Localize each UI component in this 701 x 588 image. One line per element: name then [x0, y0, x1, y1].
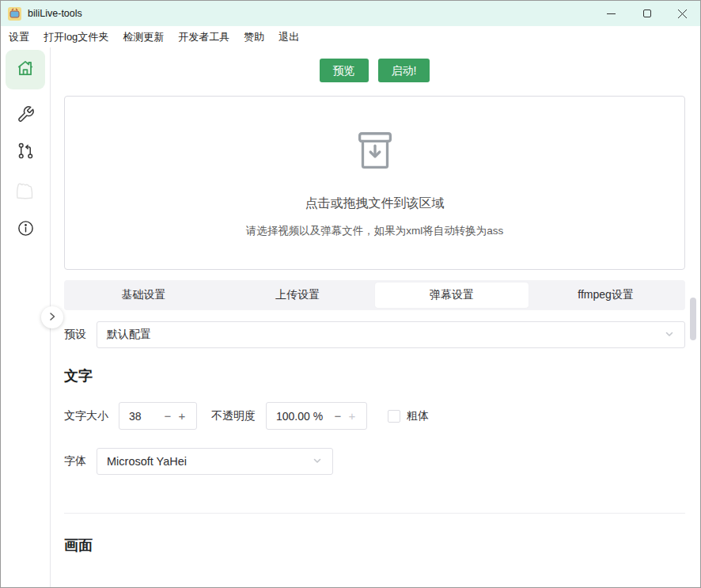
font-select[interactable]: Microsoft YaHei: [97, 448, 333, 475]
opacity-label: 不透明度: [211, 409, 256, 423]
start-button[interactable]: 启动!: [378, 59, 430, 82]
dropzone-sub-text: 请选择视频以及弹幕文件，如果为xml将自动转换为ass: [246, 224, 504, 238]
info-icon: [17, 219, 35, 241]
font-size-increase-button[interactable]: +: [175, 410, 189, 422]
text-section-heading: 文字: [64, 366, 685, 385]
tab-ffmpeg-settings[interactable]: ffmpeg设置: [529, 283, 683, 308]
main-content: 预览 启动! 点击或拖拽文件到该区域 请选择视频以及弹幕文件，如果为xml将自动…: [51, 47, 700, 587]
archive-download-icon: [350, 127, 400, 180]
font-size-input[interactable]: 38 − +: [119, 402, 197, 430]
vertical-scrollbar-thumb[interactable]: [690, 298, 696, 340]
close-button[interactable]: [665, 1, 700, 26]
wrench-icon: [17, 105, 35, 127]
tab-basic-settings[interactable]: 基础设置: [66, 283, 221, 308]
sidebar-item-about[interactable]: [16, 220, 35, 239]
menu-exit[interactable]: 退出: [271, 28, 306, 47]
home-icon: [15, 58, 36, 82]
maximize-button[interactable]: [629, 1, 665, 26]
app-window: biliLive-tools 设置 打开log文件夹 检测更新 开发者工具 赞助…: [0, 0, 701, 588]
menu-sponsor[interactable]: 赞助: [237, 28, 271, 47]
menu-open-log-folder[interactable]: 打开log文件夹: [36, 28, 116, 47]
sidebar-expand-toggle[interactable]: [41, 306, 63, 328]
opacity-value: 100.00 %: [276, 410, 331, 423]
tab-danmaku-settings[interactable]: 弹幕设置: [375, 283, 529, 308]
font-size-decrease-button[interactable]: −: [161, 410, 175, 422]
chevron-down-icon: [664, 328, 675, 342]
opacity-increase-button[interactable]: +: [345, 410, 359, 422]
screen-section-heading: 画面: [64, 536, 685, 555]
text-controls-row: 文字大小 38 − + 不透明度 100.00 % − + 粗体: [64, 402, 685, 430]
sidebar-item-versions[interactable]: [16, 142, 35, 161]
preset-select[interactable]: 默认配置: [97, 321, 685, 348]
action-toolbar: 预览 启动!: [64, 59, 685, 82]
menu-devtools[interactable]: 开发者工具: [171, 28, 237, 47]
file-dropzone[interactable]: 点击或拖拽文件到该区域 请选择视频以及弹幕文件，如果为xml将自动转换为ass: [64, 96, 685, 270]
menu-bar: 设置 打开log文件夹 检测更新 开发者工具 赞助 退出: [1, 26, 700, 47]
sidebar-item-home[interactable]: [6, 50, 45, 89]
preview-button[interactable]: 预览: [320, 59, 369, 82]
preset-row: 预设 默认配置: [64, 321, 685, 348]
git-pull-request-icon: [17, 142, 35, 163]
preset-value: 默认配置: [107, 328, 151, 342]
minimize-button[interactable]: [593, 1, 629, 26]
settings-tabs: 基础设置 上传设置 弹幕设置 ffmpeg设置: [64, 280, 685, 310]
sidebar-item-tools[interactable]: [16, 106, 35, 125]
section-divider: [64, 513, 685, 514]
tab-upload-settings[interactable]: 上传设置: [221, 283, 375, 308]
app-icon: [8, 7, 21, 21]
titlebar: biliLive-tools: [1, 1, 700, 26]
faded-outline-icon: [15, 181, 36, 203]
chevron-right-icon: [47, 310, 57, 324]
window-title: biliLive-tools: [28, 8, 82, 19]
sidebar-item-faded[interactable]: [16, 183, 35, 202]
font-value: Microsoft YaHei: [107, 455, 187, 468]
preset-label: 预设: [64, 328, 86, 342]
font-row: 字体 Microsoft YaHei: [64, 448, 685, 475]
font-size-value: 38: [129, 410, 161, 423]
opacity-input[interactable]: 100.00 % − +: [266, 402, 367, 430]
dropzone-main-text: 点击或拖拽文件到该区域: [305, 195, 445, 212]
font-size-label: 文字大小: [64, 409, 108, 423]
font-label: 字体: [64, 454, 86, 469]
menu-check-update[interactable]: 检测更新: [116, 28, 171, 47]
bold-checkbox[interactable]: [388, 410, 400, 423]
chevron-down-icon: [312, 455, 323, 469]
bold-label: 粗体: [407, 409, 429, 423]
menu-settings[interactable]: 设置: [2, 28, 36, 47]
opacity-decrease-button[interactable]: −: [331, 410, 345, 422]
